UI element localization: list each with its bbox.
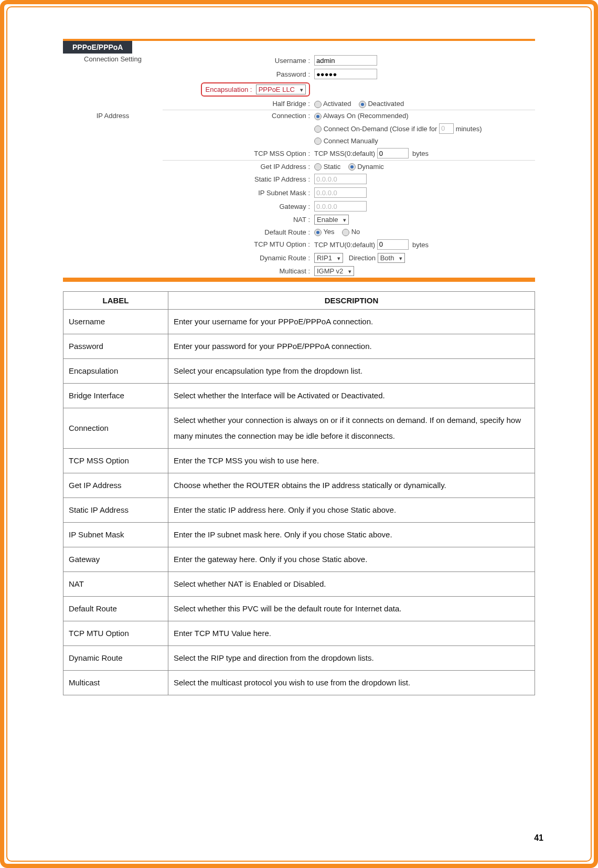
label-nat: NAT : — [163, 213, 312, 226]
default-route-yes-label: Yes — [323, 228, 334, 236]
default-route-yes-radio[interactable] — [314, 229, 322, 236]
table-row: Static IP AddressEnter the static IP add… — [63, 497, 535, 522]
username-input[interactable] — [314, 55, 377, 66]
conn-demand-label: Connect On-Demand (Close if idle for — [324, 124, 437, 132]
table-row: EncapsulationSelect your encapsulation t… — [63, 358, 535, 383]
desc-label-cell: Dynamic Route — [63, 645, 168, 670]
get-ip-static-label: Static — [324, 163, 341, 171]
panel-title: PPPoE/PPPoA — [63, 41, 132, 54]
desc-text-cell: Enter the IP subnet mask here. Only if y… — [168, 522, 535, 547]
desc-label-cell: IP Subnet Mask — [63, 522, 168, 547]
desc-text-cell: Select the RIP type and direction from t… — [168, 645, 535, 670]
label-tcp-mss: TCP MSS Option : — [163, 146, 312, 161]
gateway-input[interactable] — [314, 201, 367, 211]
half-bridge-activated-radio[interactable] — [314, 101, 322, 108]
desc-text-cell: Select whether your connection is always… — [168, 408, 535, 448]
table-row: GatewayEnter the gateway here. Only if y… — [63, 547, 535, 571]
conn-demand-minutes-input[interactable] — [439, 123, 454, 134]
label-dynamic-route: Dynamic Route : — [163, 251, 312, 264]
table-row: UsernameEnter your username for your PPP… — [63, 309, 535, 334]
desc-label-cell: Get IP Address — [63, 473, 168, 497]
desc-label-cell: Multicast — [63, 670, 168, 695]
router-config-screenshot: PPPoE/PPPoA Connection Setting Username … — [63, 39, 535, 282]
desc-header-label: LABEL — [63, 291, 168, 309]
table-row: PasswordEnter your password for your PPP… — [63, 334, 535, 358]
table-row: TCP MTU OptionEnter TCP MTU Value here. — [63, 621, 535, 645]
multicast-select[interactable]: IGMP v2 — [314, 266, 354, 276]
label-default-route: Default Route : — [163, 226, 312, 238]
desc-text-cell: Select whether the Interface will be Act… — [168, 383, 535, 408]
label-multicast: Multicast : — [163, 264, 312, 278]
table-row: Bridge InterfaceSelect whether the Inter… — [63, 383, 535, 408]
desc-label-cell: TCP MSS Option — [63, 448, 168, 473]
table-row: Default RouteSelect whether this PVC wil… — [63, 596, 535, 621]
conn-demand-radio[interactable] — [314, 125, 322, 133]
tcp-mtu-bytes: bytes — [412, 240, 429, 248]
desc-label-cell: Bridge Interface — [63, 383, 168, 408]
table-row: IP Subnet MaskEnter the IP subnet mask h… — [63, 522, 535, 547]
description-table: LABEL DESCRIPTION UsernameEnter your use… — [63, 291, 535, 695]
encapsulation-highlight: Encapsulation : PPPoE LLC — [201, 82, 310, 97]
table-row: Dynamic RouteSelect the RIP type and dir… — [63, 645, 535, 670]
label-direction: Direction — [349, 254, 376, 262]
default-route-no-label: No — [351, 228, 360, 236]
tcp-mss-input[interactable] — [377, 148, 409, 158]
half-bridge-activated-label: Activated — [323, 100, 351, 108]
table-row: Get IP AddressChoose whether the ROUTER … — [63, 473, 535, 497]
label-static-ip: Static IP Address : — [163, 172, 312, 186]
table-row: MulticastSelect the multicast protocol y… — [63, 670, 535, 695]
default-route-no-radio[interactable] — [342, 229, 349, 236]
conn-always-label: Always On (Recommended) — [323, 112, 409, 120]
desc-text-cell: Enter TCP MTU Value here. — [168, 621, 535, 645]
label-connection: Connection : — [163, 110, 312, 122]
desc-text-cell: Choose whether the ROUTER obtains the IP… — [168, 473, 535, 497]
tcp-mtu-input[interactable] — [377, 239, 409, 250]
desc-label-cell: NAT — [63, 571, 168, 596]
encapsulation-select[interactable]: PPPoE LLC — [256, 84, 306, 94]
section-ip-address: IP Address — [63, 110, 163, 251]
password-input[interactable] — [314, 69, 377, 79]
label-subnet: IP Subnet Mask : — [163, 186, 312, 199]
desc-text-cell: Enter your username for your PPPoE/PPPoA… — [168, 309, 535, 334]
desc-text-cell: Select the multicast protocol you wish t… — [168, 670, 535, 695]
desc-text-cell: Select whether NAT is Enabled or Disable… — [168, 571, 535, 596]
desc-label-cell: Encapsulation — [63, 358, 168, 383]
label-tcp-mtu: TCP MTU Option : — [163, 238, 312, 251]
desc-text-cell: Select whether this PVC will be the defa… — [168, 596, 535, 621]
desc-label-cell: Gateway — [63, 547, 168, 571]
desc-label-cell: Username — [63, 309, 168, 334]
get-ip-dynamic-label: Dynamic — [357, 163, 384, 171]
subnet-input[interactable] — [314, 187, 367, 198]
label-encapsulation: Encapsulation : — [205, 86, 252, 93]
page-number: 41 — [534, 833, 543, 843]
table-row: TCP MSS OptionEnter the TCP MSS you wish… — [63, 448, 535, 473]
label-gateway: Gateway : — [163, 199, 312, 213]
get-ip-static-radio[interactable] — [314, 163, 322, 171]
desc-label-cell: TCP MTU Option — [63, 621, 168, 645]
desc-text-cell: Enter your password for your PPPoE/PPPoA… — [168, 334, 535, 358]
desc-label-cell: Static IP Address — [63, 497, 168, 522]
config-form: Connection Setting Username : Password :… — [63, 54, 535, 278]
conn-manual-label: Connect Manually — [324, 137, 378, 145]
half-bridge-deactivated-label: Deactivated — [368, 100, 404, 108]
nat-select[interactable]: Enable — [314, 215, 349, 225]
dynamic-route-select[interactable]: RIP1 — [314, 253, 343, 263]
desc-text-cell: Enter the gateway here. Only if you chos… — [168, 547, 535, 571]
direction-select[interactable]: Both — [378, 253, 405, 263]
desc-label-cell: Password — [63, 334, 168, 358]
label-password: Password : — [163, 67, 312, 81]
tcp-mss-bytes: bytes — [412, 150, 429, 157]
static-ip-input[interactable] — [314, 174, 367, 184]
desc-label-cell: Default Route — [63, 596, 168, 621]
conn-demand-tail: minutes) — [456, 124, 482, 132]
desc-label-cell: Connection — [63, 408, 168, 448]
desc-text-cell: Select your encapsulation type from the … — [168, 358, 535, 383]
conn-manual-radio[interactable] — [314, 137, 322, 145]
half-bridge-deactivated-radio[interactable] — [359, 101, 366, 108]
get-ip-dynamic-radio[interactable] — [348, 163, 356, 171]
desc-text-cell: Enter the static IP address here. Only i… — [168, 497, 535, 522]
table-row: ConnectionSelect whether your connection… — [63, 408, 535, 448]
tcp-mss-text: TCP MSS(0:default) — [314, 150, 375, 157]
table-row: NATSelect whether NAT is Enabled or Disa… — [63, 571, 535, 596]
conn-always-radio[interactable] — [314, 113, 322, 120]
